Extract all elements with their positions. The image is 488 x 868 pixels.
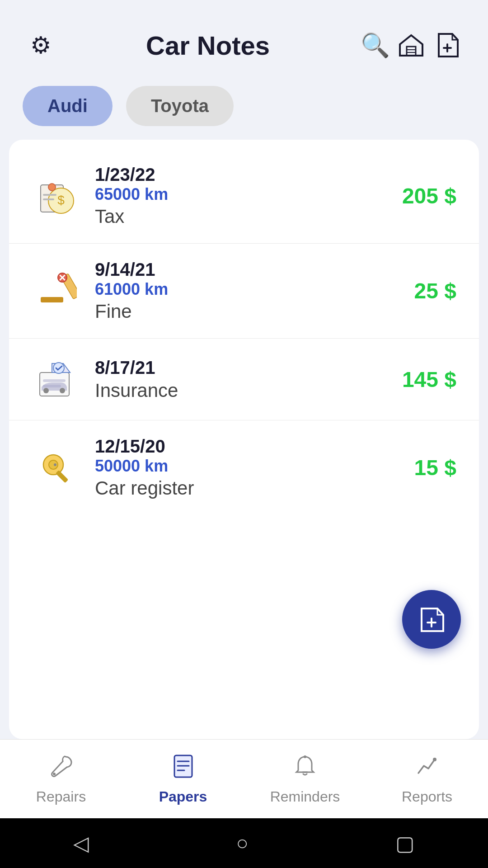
- system-navigation: ◁ ○ ▢: [0, 818, 488, 868]
- svg-point-21: [60, 388, 65, 393]
- svg-point-25: [54, 463, 56, 466]
- chart-icon: [415, 753, 440, 784]
- svg-text:$: $: [57, 193, 65, 207]
- nav-reports-label: Reports: [402, 788, 452, 805]
- svg-point-8: [48, 184, 56, 191]
- svg-point-35: [433, 758, 436, 761]
- tab-audi[interactable]: Audi: [23, 86, 113, 126]
- record-amount: 15 $: [414, 455, 456, 480]
- record-info: 1/23/22 65000 km Tax: [81, 165, 402, 227]
- record-info: 8/17/21 Insurance: [81, 358, 402, 401]
- bottom-navigation: Repairs Papers Reminders: [0, 739, 488, 818]
- record-type: Tax: [95, 206, 389, 227]
- home-button[interactable]: ○: [236, 831, 248, 855]
- record-date: 1/23/22: [95, 165, 389, 185]
- svg-point-20: [43, 388, 49, 393]
- record-item[interactable]: 9/14/21 61000 km Fine 25 $: [9, 244, 479, 339]
- record-date: 8/17/21: [95, 358, 389, 378]
- header: ⚙ Car Notes 🔍: [0, 0, 488, 77]
- garage-icon[interactable]: [393, 27, 429, 63]
- nav-papers[interactable]: Papers: [122, 746, 244, 812]
- svg-rect-24: [56, 470, 68, 483]
- record-type: Fine: [95, 301, 401, 322]
- record-date: 9/14/21: [95, 259, 401, 280]
- svg-point-34: [304, 755, 306, 758]
- record-item[interactable]: 8/17/21 Insurance 145 $: [9, 339, 479, 420]
- nav-reminders[interactable]: Reminders: [244, 746, 366, 812]
- app-title: Car Notes: [59, 30, 357, 61]
- svg-rect-18: [43, 379, 66, 382]
- svg-rect-0: [407, 47, 416, 56]
- records-list: $ 1/23/22 65000 km Tax 205 $: [9, 140, 479, 739]
- svg-rect-10: [43, 198, 54, 200]
- nav-reports[interactable]: Reports: [366, 746, 488, 812]
- record-item[interactable]: 12/15/20 50000 km Car register 15 $: [9, 420, 479, 515]
- record-type: Car register: [95, 477, 401, 499]
- recent-button[interactable]: ▢: [395, 831, 415, 855]
- svg-point-28: [53, 773, 56, 775]
- nav-reminders-label: Reminders: [270, 788, 340, 805]
- add-document-icon[interactable]: [429, 27, 465, 63]
- nav-papers-label: Papers: [159, 788, 207, 805]
- back-button[interactable]: ◁: [73, 831, 89, 855]
- insurance-icon: [32, 354, 81, 404]
- car-register-icon: [32, 443, 81, 493]
- record-amount: 145 $: [402, 367, 456, 392]
- record-info: 9/14/21 61000 km Fine: [81, 259, 414, 322]
- record-km: 61000 km: [95, 280, 401, 299]
- tab-toyota[interactable]: Toyota: [126, 86, 234, 126]
- record-date: 12/15/20: [95, 436, 401, 457]
- bell-icon: [293, 753, 318, 784]
- record-amount: 25 $: [414, 278, 456, 303]
- svg-rect-12: [41, 297, 63, 302]
- fine-icon: [32, 266, 81, 316]
- wrench-icon: [49, 753, 74, 784]
- record-km: 65000 km: [95, 185, 389, 204]
- record-item[interactable]: $ 1/23/22 65000 km Tax 205 $: [9, 149, 479, 244]
- svg-rect-9: [43, 194, 56, 196]
- record-info: 12/15/20 50000 km Car register: [81, 436, 414, 499]
- record-type: Insurance: [95, 380, 389, 401]
- nav-repairs-label: Repairs: [36, 788, 86, 805]
- tax-icon: $: [32, 171, 81, 221]
- car-tabs: Audi Toyota: [0, 77, 488, 140]
- add-record-fab[interactable]: [402, 590, 461, 649]
- main-area: $ 1/23/22 65000 km Tax 205 $: [0, 140, 488, 739]
- papers-icon: [171, 753, 196, 784]
- record-km: 50000 km: [95, 457, 401, 476]
- svg-point-17: [53, 363, 64, 373]
- nav-repairs[interactable]: Repairs: [0, 746, 122, 812]
- settings-icon[interactable]: ⚙: [23, 27, 59, 63]
- search-icon[interactable]: 🔍: [357, 27, 393, 63]
- record-amount: 205 $: [402, 184, 456, 208]
